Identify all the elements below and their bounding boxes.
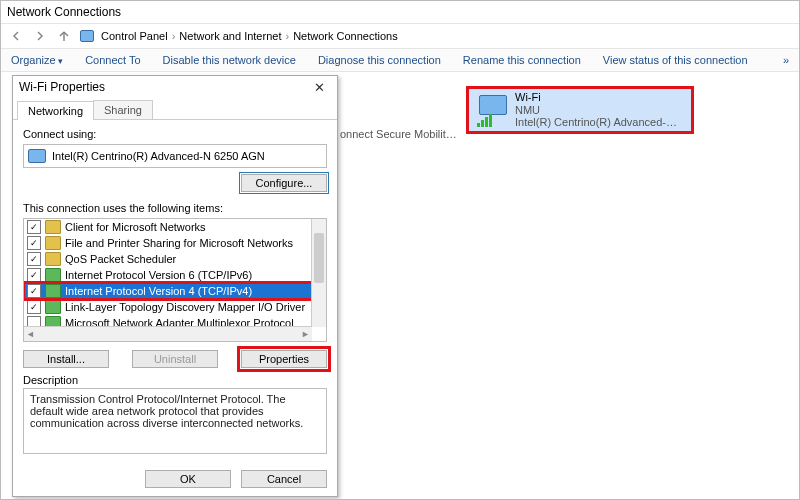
wifi-icon (475, 93, 509, 127)
protocol-button-row: Install... Uninstall Properties (23, 350, 327, 368)
uninstall-button: Uninstall (132, 350, 218, 368)
checkbox-icon[interactable] (27, 252, 41, 266)
nav-forward-icon[interactable] (31, 27, 49, 45)
dialog-tabs: Networking Sharing (13, 100, 337, 120)
chevron-right-icon: › (172, 30, 176, 42)
tab-networking[interactable]: Networking (17, 101, 94, 120)
checkbox-icon[interactable] (27, 236, 41, 250)
connection-meta: Wi-Fi NMU Intel(R) Centrino(R) Advanced-… (515, 91, 683, 129)
list-item: Internet Protocol Version 6 (TCP/IPv6) (24, 267, 326, 283)
close-icon[interactable]: ✕ (307, 78, 331, 96)
breadcrumb[interactable]: Control Panel › Network and Internet › N… (101, 30, 398, 42)
protocol-list[interactable]: Client for Microsoft Networks File and P… (23, 218, 327, 342)
connection-tile-wifi[interactable]: Wi-Fi NMU Intel(R) Centrino(R) Advanced-… (466, 86, 694, 134)
nav-up-icon[interactable] (55, 27, 73, 45)
cancel-button[interactable]: Cancel (241, 470, 327, 488)
nav-back-icon[interactable] (7, 27, 25, 45)
protocol-icon (45, 284, 61, 298)
breadcrumb-part[interactable]: Network Connections (293, 30, 398, 42)
dialog-titlebar: Wi-Fi Properties ✕ (13, 76, 337, 98)
content-area: onnect Secure Mobilit… Wi-Fi NMU Intel(R… (1, 72, 799, 500)
service-icon (45, 236, 61, 250)
horizontal-scrollbar[interactable]: ◄► (24, 326, 312, 341)
protocol-icon (45, 300, 61, 314)
description-text: Transmission Control Protocol/Internet P… (23, 388, 327, 454)
list-item: Client for Microsoft Networks (24, 219, 326, 235)
toolbar-organize[interactable]: Organize (11, 54, 63, 66)
breadcrumb-part[interactable]: Control Panel (101, 30, 168, 42)
breadcrumb-part[interactable]: Network and Internet (179, 30, 281, 42)
toolbar-disable[interactable]: Disable this network device (163, 54, 296, 66)
checkbox-icon[interactable] (27, 300, 41, 314)
ok-button[interactable]: OK (145, 470, 231, 488)
service-icon (45, 252, 61, 266)
description-label: Description (23, 374, 327, 386)
toolbar-diagnose[interactable]: Diagnose this connection (318, 54, 441, 66)
install-button[interactable]: Install... (23, 350, 109, 368)
toolbar-connect-to[interactable]: Connect To (85, 54, 140, 66)
list-item-selected: Internet Protocol Version 4 (TCP/IPv4) (24, 283, 326, 299)
network-adapter-icon (28, 149, 46, 163)
toolbar-rename[interactable]: Rename this connection (463, 54, 581, 66)
control-panel-icon (79, 29, 95, 43)
dialog-title: Wi-Fi Properties (19, 80, 105, 94)
window-titlebar: Network Connections (1, 1, 799, 24)
toolbar-overflow-icon[interactable]: » (783, 54, 789, 66)
chevron-right-icon: › (285, 30, 289, 42)
client-icon (45, 220, 61, 234)
connect-using-label: Connect using: (23, 128, 327, 140)
adapter-name: Intel(R) Centrino(R) Advanced-N 6250 AGN (52, 150, 265, 162)
command-bar: Organize Connect To Disable this network… (1, 49, 799, 72)
list-item: Link-Layer Topology Discovery Mapper I/O… (24, 299, 326, 315)
protocol-icon (45, 268, 61, 282)
wifi-properties-dialog: Wi-Fi Properties ✕ Networking Sharing Co… (12, 75, 338, 497)
toolbar-view-status[interactable]: View status of this connection (603, 54, 748, 66)
properties-button[interactable]: Properties (241, 350, 327, 368)
checkbox-icon[interactable] (27, 220, 41, 234)
list-item: File and Printer Sharing for Microsoft N… (24, 235, 326, 251)
connection-name: Wi-Fi (515, 91, 683, 104)
items-label: This connection uses the following items… (23, 202, 327, 214)
explorer-navbar: Control Panel › Network and Internet › N… (1, 24, 799, 49)
configure-button[interactable]: Configure... (241, 174, 327, 192)
background-item-text: onnect Secure Mobilit… (340, 128, 457, 140)
checkbox-icon[interactable] (27, 268, 41, 282)
window-title: Network Connections (7, 5, 121, 19)
checkbox-icon[interactable] (27, 284, 41, 298)
tab-sharing[interactable]: Sharing (93, 100, 153, 119)
vertical-scrollbar[interactable] (311, 219, 326, 327)
connection-ssid: NMU (515, 104, 683, 117)
dialog-button-row: OK Cancel (145, 470, 327, 488)
connection-adapter: Intel(R) Centrino(R) Advanced-N ... (515, 116, 683, 129)
list-item: QoS Packet Scheduler (24, 251, 326, 267)
adapter-field: Intel(R) Centrino(R) Advanced-N 6250 AGN (23, 144, 327, 168)
